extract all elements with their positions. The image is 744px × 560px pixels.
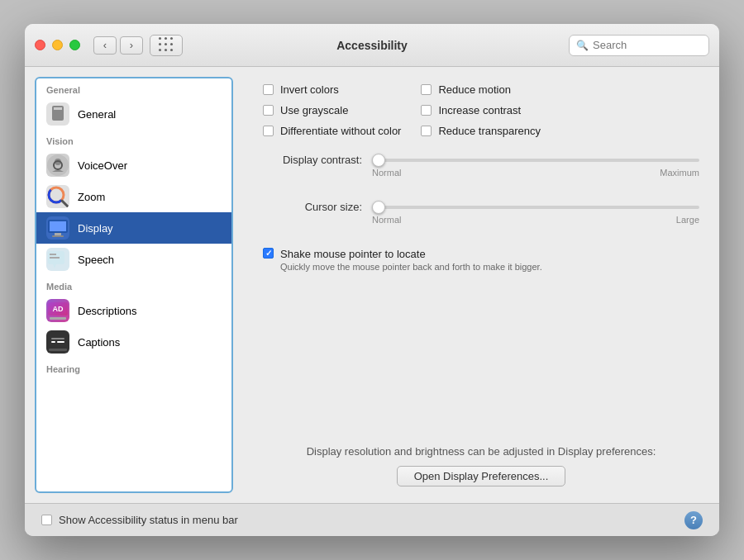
sidebar-item-descriptions-label: Descriptions: [78, 305, 137, 317]
sidebar-item-voiceover-label: VoiceOver: [78, 159, 127, 172]
svg-text:AD: AD: [53, 305, 64, 313]
sidebar-item-speech[interactable]: Speech: [36, 244, 231, 275]
reduce-motion-checkbox[interactable]: [421, 84, 432, 95]
display-icon: [46, 216, 69, 240]
sidebar-section-media: Media: [36, 275, 231, 295]
reduce-motion-row: Reduce motion: [421, 83, 541, 96]
options-col-right: Reduce motion Increase contrast Reduce t…: [421, 83, 541, 137]
svg-rect-14: [50, 257, 60, 259]
shake-sublabel: Quickly move the mouse pointer back and …: [280, 262, 542, 272]
svg-line-7: [62, 201, 68, 206]
display-contrast-thumb[interactable]: [372, 154, 385, 167]
cursor-size-track[interactable]: [372, 206, 699, 209]
general-icon: [46, 102, 69, 126]
shake-row: Shake mouse pointer to locate Quickly mo…: [263, 248, 699, 272]
display-prefs-text: Display resolution and brightness can be…: [263, 445, 699, 458]
grid-icon: [159, 37, 174, 53]
svg-rect-19: [48, 334, 68, 347]
cursor-size-labels: Normal Large: [263, 215, 699, 225]
display-contrast-max: Maximum: [660, 168, 699, 178]
display-contrast-labels: Normal Maximum: [263, 168, 699, 178]
titlebar: ‹ › Accessibility 🔍: [25, 24, 719, 67]
forward-button[interactable]: ›: [120, 36, 143, 55]
reduce-transparency-label: Reduce transparency: [438, 125, 541, 137]
open-display-prefs-button[interactable]: Open Display Preferences...: [397, 466, 566, 486]
sidebar-item-captions[interactable]: Captions: [36, 326, 231, 358]
invert-colors-row: Invert colors: [263, 83, 401, 96]
search-box[interactable]: 🔍: [569, 35, 709, 56]
grayscale-checkbox[interactable]: [263, 105, 274, 116]
increase-contrast-label: Increase contrast: [438, 104, 521, 116]
options-col-left: Invert colors Use grayscale Differentiat…: [263, 83, 401, 137]
increase-contrast-checkbox[interactable]: [421, 105, 432, 116]
options-area: Invert colors Use grayscale Differentiat…: [263, 83, 699, 137]
main-content: General General Vision Voice: [25, 67, 719, 503]
search-icon: 🔍: [576, 40, 589, 51]
sidebar-item-captions-label: Captions: [78, 336, 120, 349]
sidebar-item-general-label: General: [78, 108, 116, 121]
sidebar-section-general: General: [36, 78, 231, 98]
differentiate-checkbox[interactable]: [263, 126, 274, 136]
svg-rect-21: [57, 341, 64, 343]
status-bar-checkbox-row: Show Accessibility status in menu bar: [41, 514, 238, 526]
shake-checkbox[interactable]: [263, 248, 274, 259]
cursor-size-row: Cursor size:: [263, 201, 699, 213]
cursor-size-max: Large: [676, 215, 699, 225]
svg-marker-15: [53, 264, 56, 268]
sidebar-item-general[interactable]: General: [36, 98, 231, 130]
sidebar-item-voiceover[interactable]: VoiceOver: [36, 149, 231, 181]
display-contrast-label: Display contrast:: [263, 154, 362, 166]
svg-rect-10: [55, 233, 61, 235]
help-button[interactable]: ?: [684, 511, 703, 529]
shake-text-area: Shake mouse pointer to locate Quickly mo…: [280, 248, 542, 272]
grayscale-row: Use grayscale: [263, 104, 401, 116]
captions-icon: [46, 330, 69, 354]
back-button[interactable]: ‹: [93, 36, 117, 55]
maximize-button[interactable]: [69, 40, 80, 50]
invert-colors-checkbox[interactable]: [263, 84, 274, 95]
window-title: Accessibility: [336, 39, 408, 52]
display-contrast-section: Display contrast: Normal Maximum: [263, 154, 699, 187]
cursor-size-min: Normal: [372, 215, 401, 225]
grid-button[interactable]: [150, 35, 183, 56]
increase-contrast-row: Increase contrast: [421, 104, 541, 116]
zoom-icon: [46, 185, 69, 208]
sidebar-item-display-label: Display: [78, 222, 113, 235]
cursor-size-label: Cursor size:: [263, 201, 362, 213]
sidebar-section-vision: Vision: [36, 130, 231, 149]
nav-buttons: ‹ ›: [93, 36, 143, 55]
display-prefs-section: Display resolution and brightness can be…: [263, 432, 699, 486]
sidebar-section-hearing: Hearing: [36, 358, 231, 377]
invert-colors-label: Invert colors: [280, 83, 339, 96]
cursor-size-thumb[interactable]: [372, 201, 385, 214]
differentiate-label: Differentiate without color: [280, 125, 401, 137]
svg-rect-20: [51, 341, 55, 343]
shake-section: Shake mouse pointer to locate Quickly mo…: [263, 248, 699, 272]
svg-rect-1: [54, 107, 62, 110]
svg-rect-22: [51, 338, 64, 339]
voiceover-icon: [46, 154, 69, 177]
display-contrast-min: Normal: [372, 168, 401, 178]
close-button[interactable]: [35, 40, 45, 50]
bottom-bar: Show Accessibility status in menu bar ?: [25, 503, 719, 536]
sidebar-item-descriptions[interactable]: AD Descriptions: [36, 295, 231, 326]
sidebar-item-zoom-label: Zoom: [78, 191, 105, 203]
shake-label: Shake mouse pointer to locate: [280, 248, 542, 260]
main-window: ‹ › Accessibility 🔍 General Gener: [25, 24, 719, 536]
display-contrast-track[interactable]: [372, 159, 699, 162]
sidebar: General General Vision Voice: [35, 77, 233, 493]
svg-rect-9: [50, 221, 66, 231]
grayscale-label: Use grayscale: [280, 104, 348, 116]
reduce-transparency-checkbox[interactable]: [421, 126, 432, 136]
traffic-lights: [35, 40, 80, 50]
status-bar-checkbox[interactable]: [41, 515, 52, 525]
speech-icon: [46, 248, 69, 271]
descriptions-icon: AD: [46, 299, 69, 322]
svg-rect-13: [50, 254, 56, 255]
sidebar-item-display[interactable]: Display: [36, 212, 231, 244]
minimize-button[interactable]: [52, 40, 63, 50]
sidebar-item-speech-label: Speech: [78, 254, 114, 266]
reduce-transparency-row: Reduce transparency: [421, 125, 541, 137]
sidebar-item-zoom[interactable]: Zoom: [36, 181, 231, 212]
search-input[interactable]: [593, 39, 702, 51]
